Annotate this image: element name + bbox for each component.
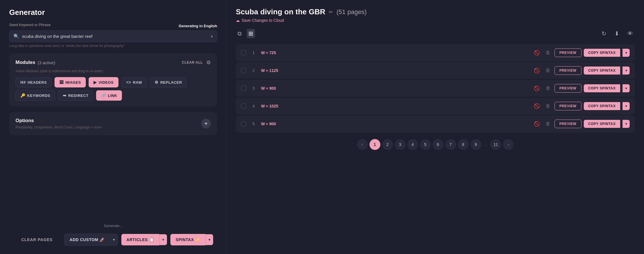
redirect-icon: ➡ bbox=[63, 93, 67, 98]
pagination-page-3-button[interactable]: 3 bbox=[395, 139, 406, 150]
refresh-button[interactable]: ↻ bbox=[600, 29, 608, 38]
edit-title-icon[interactable]: ✏ bbox=[329, 9, 333, 15]
row-1-num: 1 bbox=[250, 50, 257, 55]
row-2-preview-button[interactable]: PREVIEW bbox=[554, 66, 581, 75]
row-4-delete-button[interactable]: 🗑 bbox=[544, 102, 552, 110]
right-panel: Scuba diving on the GBR ✏ (51 pages) ☁ S… bbox=[227, 0, 644, 254]
row-4-num: 4 bbox=[250, 104, 257, 108]
table-row: 3 W ≈ 900 🚫 🗑 PREVIEW COPY SPINTAX ▾ bbox=[236, 80, 635, 97]
pagination-page-11-button[interactable]: 11 bbox=[490, 139, 501, 150]
pagination-page-5-button[interactable]: 5 bbox=[420, 139, 431, 150]
options-expand-button[interactable]: + bbox=[201, 119, 211, 128]
save-cloud-button[interactable]: ☁ Save Changes to Cloud bbox=[236, 18, 635, 23]
row-1-copy-spintax-dropdown[interactable]: ▾ bbox=[622, 49, 630, 57]
pagination-page-9-button[interactable]: 9 bbox=[470, 139, 481, 150]
row-2-copy-spintax-dropdown[interactable]: ▾ bbox=[622, 67, 630, 75]
modules-settings-button[interactable]: ⚙ bbox=[206, 59, 211, 66]
preview-all-button[interactable]: 👁 bbox=[626, 29, 635, 38]
add-custom-main-button[interactable]: ADD CUSTOM 🚀 bbox=[64, 234, 110, 246]
row-3-checkbox[interactable] bbox=[241, 86, 246, 91]
pagination-ellipsis: ... bbox=[483, 142, 489, 147]
row-1-copy-spintax-button[interactable]: COPY SPINTAX bbox=[584, 49, 620, 57]
row-4-word-count: W ≈ 1025 bbox=[261, 104, 528, 108]
articles-button-group: ARTICLES 📋 ▾ bbox=[121, 234, 167, 245]
module-headers-button[interactable]: H# HEADERS bbox=[15, 77, 52, 87]
row-5-copy-spintax-button[interactable]: COPY SPINTAX bbox=[584, 120, 620, 128]
row-5-copy-spintax-dropdown[interactable]: ▾ bbox=[622, 120, 630, 128]
row-1-checkbox[interactable] bbox=[241, 50, 246, 55]
row-1-hide-button[interactable]: 🚫 bbox=[532, 49, 542, 57]
row-3-copy-spintax-button[interactable]: COPY SPINTAX bbox=[584, 84, 620, 92]
link-icon: 🔗 bbox=[101, 93, 106, 98]
headers-icon: H# bbox=[20, 80, 26, 85]
row-4-hide-button[interactable]: 🚫 bbox=[532, 102, 542, 110]
module-raw-button[interactable]: <> RAW bbox=[121, 77, 147, 87]
replacer-icon: ⚙ bbox=[155, 80, 159, 85]
module-images-button[interactable]: 🖼 IMAGES bbox=[55, 77, 86, 87]
row-5-delete-button[interactable]: 🗑 bbox=[544, 120, 552, 128]
module-videos-button[interactable]: ▶ VIDEOS bbox=[89, 77, 118, 87]
pagination-page-8-button[interactable]: 8 bbox=[458, 139, 469, 150]
row-5-checkbox[interactable] bbox=[241, 121, 246, 126]
row-3-hide-button[interactable]: 🚫 bbox=[532, 85, 542, 92]
seed-input[interactable] bbox=[22, 34, 208, 39]
pagination-prev-button[interactable]: ‹ bbox=[357, 139, 368, 150]
row-1-preview-button[interactable]: PREVIEW bbox=[554, 48, 581, 57]
save-cloud-label: Save Changes to Cloud bbox=[242, 18, 284, 23]
row-2-actions: 🚫 🗑 PREVIEW COPY SPINTAX ▾ bbox=[532, 66, 630, 75]
search-hint: Long-tails or questions work best i.e "w… bbox=[9, 44, 217, 48]
row-4-checkbox[interactable] bbox=[241, 103, 246, 109]
add-custom-dropdown-button[interactable]: ▾ bbox=[110, 234, 118, 245]
row-2-copy-spintax-button[interactable]: COPY SPINTAX bbox=[584, 67, 620, 75]
pagination-page-2-button[interactable]: 2 bbox=[382, 139, 393, 150]
pagination-page-1-button[interactable]: 1 bbox=[369, 139, 380, 150]
row-5-hide-button[interactable]: 🚫 bbox=[532, 120, 542, 128]
row-3-word-count: W ≈ 900 bbox=[261, 86, 528, 91]
modules-actions: CLEAR ALL ⚙ bbox=[182, 59, 211, 66]
row-1-word-count: W ≈ 725 bbox=[261, 50, 528, 55]
row-2-delete-button[interactable]: 🗑 bbox=[544, 67, 552, 74]
row-5-num: 5 bbox=[250, 122, 257, 126]
module-keywords-button[interactable]: 🔑 KEYWORDS bbox=[15, 90, 55, 101]
row-4-preview-button[interactable]: PREVIEW bbox=[554, 102, 581, 110]
modules-card: Modules (3 active) CLEAR ALL ⚙ Active Mo… bbox=[9, 54, 217, 106]
bottom-bar: Generate... CLEAR PAGES ADD CUSTOM 🚀 ▾ A… bbox=[9, 230, 217, 246]
grid-view-button[interactable]: ⊞ bbox=[247, 29, 255, 38]
row-3-copy-spintax-dropdown[interactable]: ▾ bbox=[622, 84, 630, 92]
clear-all-button[interactable]: CLEAR ALL bbox=[182, 60, 203, 65]
spintax-main-button[interactable]: SPINTAX ✨ bbox=[170, 234, 205, 245]
articles-dropdown-button[interactable]: ▾ bbox=[159, 234, 167, 245]
pages-table: 1 W ≈ 725 🚫 🗑 PREVIEW COPY SPINTAX ▾ 2 W… bbox=[236, 44, 635, 132]
download-button[interactable]: ⬇ bbox=[613, 29, 621, 38]
options-title: Options bbox=[15, 118, 34, 123]
right-header: Scuba diving on the GBR ✏ (51 pages) ☁ S… bbox=[236, 7, 635, 23]
left-panel: Generator Seed Keyword or Phrase Generat… bbox=[0, 0, 227, 254]
row-3-delete-button[interactable]: 🗑 bbox=[544, 85, 552, 92]
seed-label: Seed Keyword or Phrase bbox=[9, 23, 51, 27]
seed-input-box[interactable]: 🔍 ▾ bbox=[9, 30, 217, 42]
copy-pages-button[interactable]: ⧉ bbox=[236, 29, 243, 38]
row-1-delete-button[interactable]: 🗑 bbox=[544, 49, 552, 56]
articles-main-button[interactable]: ARTICLES 📋 bbox=[121, 234, 159, 245]
row-4-copy-spintax-button[interactable]: COPY SPINTAX bbox=[584, 102, 620, 110]
pagination-page-6-button[interactable]: 6 bbox=[433, 139, 443, 150]
row-4-copy-spintax-dropdown[interactable]: ▾ bbox=[622, 102, 630, 110]
row-2-hide-button[interactable]: 🚫 bbox=[532, 67, 542, 75]
pagination-next-button[interactable]: › bbox=[503, 139, 514, 150]
row-5-preview-button[interactable]: PREVIEW bbox=[554, 120, 581, 128]
pagination-page-4-button[interactable]: 4 bbox=[407, 139, 418, 150]
project-title: Scuba diving on the GBR bbox=[236, 7, 325, 16]
options-hint: Readability, Uniqueness, Word Count, Lan… bbox=[15, 125, 102, 129]
module-replacer-button[interactable]: ⚙ REPLACER bbox=[150, 77, 187, 87]
module-link-button[interactable]: 🔗 LINK bbox=[96, 90, 122, 101]
clear-pages-button[interactable]: CLEAR PAGES bbox=[13, 233, 61, 246]
row-3-preview-button[interactable]: PREVIEW bbox=[554, 84, 581, 93]
row-5-word-count: W ≈ 900 bbox=[261, 122, 528, 126]
module-redirect-button[interactable]: ➡ REDIRECT bbox=[58, 90, 93, 101]
pages-toolbar: ⧉ ⊞ ↻ ⬇ 👁 bbox=[236, 27, 635, 40]
spintax-dropdown-button[interactable]: ▾ bbox=[205, 234, 213, 245]
row-2-checkbox[interactable] bbox=[241, 68, 246, 73]
modules-title-group: Modules (3 active) bbox=[15, 60, 55, 65]
pagination-page-7-button[interactable]: 7 bbox=[445, 139, 456, 150]
module-redirect-label: REDIRECT bbox=[68, 93, 89, 98]
